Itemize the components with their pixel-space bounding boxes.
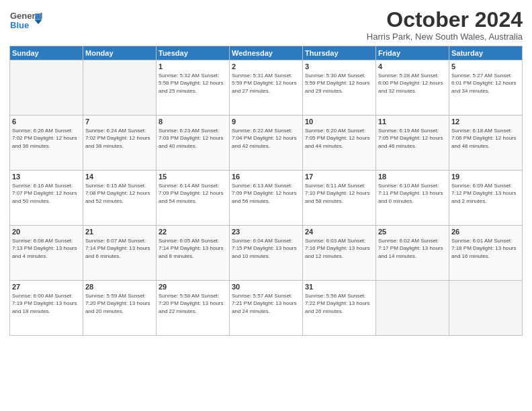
header-sunday: Sunday	[10, 46, 83, 60]
day-number: 20	[12, 228, 81, 236]
day-number: 2	[232, 62, 300, 71]
calendar-cell: 16Sunrise: 6:13 AM Sunset: 7:09 PM Dayli…	[230, 171, 303, 226]
day-number: 5	[451, 62, 520, 71]
header-friday: Friday	[376, 46, 449, 60]
day-info: Sunrise: 6:22 AM Sunset: 7:04 PM Dayligh…	[232, 127, 300, 150]
day-info: Sunrise: 6:23 AM Sunset: 7:03 PM Dayligh…	[159, 127, 227, 150]
calendar-cell: 11Sunrise: 6:19 AM Sunset: 7:05 PM Dayli…	[376, 116, 449, 171]
title-block: October 2024 Harris Park, New South Wale…	[367, 8, 523, 42]
calendar-cell: 4Sunrise: 5:28 AM Sunset: 6:00 PM Daylig…	[376, 60, 449, 116]
day-number: 11	[378, 118, 447, 126]
header-row: Sunday Monday Tuesday Wednesday Thursday…	[10, 46, 523, 60]
calendar-cell: 28Sunrise: 5:59 AM Sunset: 7:20 PM Dayli…	[83, 281, 157, 336]
header-tuesday: Tuesday	[157, 46, 230, 60]
day-number: 12	[451, 118, 520, 126]
day-info: Sunrise: 5:28 AM Sunset: 6:00 PM Dayligh…	[378, 72, 447, 95]
day-info: Sunrise: 5:32 AM Sunset: 5:58 PM Dayligh…	[159, 72, 227, 95]
logo: General Blue	[9, 8, 43, 32]
calendar-cell: 8Sunrise: 6:23 AM Sunset: 7:03 PM Daylig…	[157, 116, 230, 171]
page-header: General Blue October 2024 Harris Park, N…	[9, 8, 523, 42]
day-info: Sunrise: 5:59 AM Sunset: 7:20 PM Dayligh…	[85, 292, 154, 315]
calendar-cell: 2Sunrise: 5:31 AM Sunset: 5:59 PM Daylig…	[230, 60, 303, 116]
calendar-cell: 20Sunrise: 6:08 AM Sunset: 7:13 PM Dayli…	[10, 226, 83, 281]
day-number: 16	[232, 173, 300, 181]
calendar-cell: 17Sunrise: 6:11 AM Sunset: 7:10 PM Dayli…	[303, 171, 376, 226]
day-info: Sunrise: 6:18 AM Sunset: 7:06 PM Dayligh…	[451, 127, 520, 150]
calendar-cell: 27Sunrise: 6:00 AM Sunset: 7:19 PM Dayli…	[10, 281, 83, 336]
day-number: 21	[85, 228, 154, 236]
day-number: 22	[159, 228, 227, 236]
location-subtitle: Harris Park, New South Wales, Australia	[367, 32, 523, 42]
day-number: 4	[378, 62, 447, 71]
header-monday: Monday	[83, 46, 157, 60]
day-number: 3	[305, 62, 373, 71]
day-info: Sunrise: 6:10 AM Sunset: 7:11 PM Dayligh…	[378, 182, 447, 205]
day-info: Sunrise: 5:58 AM Sunset: 7:20 PM Dayligh…	[159, 292, 227, 315]
calendar-page: General Blue October 2024 Harris Park, N…	[0, 0, 532, 411]
day-info: Sunrise: 6:11 AM Sunset: 7:10 PM Dayligh…	[305, 182, 373, 205]
calendar-cell: 31Sunrise: 5:56 AM Sunset: 7:22 PM Dayli…	[303, 281, 376, 336]
day-info: Sunrise: 5:30 AM Sunset: 5:59 PM Dayligh…	[305, 72, 373, 95]
day-info: Sunrise: 6:13 AM Sunset: 7:09 PM Dayligh…	[232, 182, 300, 205]
calendar-cell: 14Sunrise: 6:15 AM Sunset: 7:08 PM Dayli…	[83, 171, 157, 226]
svg-marker-3	[35, 20, 42, 24]
week-row-4: 20Sunrise: 6:08 AM Sunset: 7:13 PM Dayli…	[10, 226, 523, 281]
calendar-cell	[10, 60, 83, 116]
week-row-5: 27Sunrise: 6:00 AM Sunset: 7:19 PM Dayli…	[10, 281, 523, 336]
week-row-1: 1Sunrise: 5:32 AM Sunset: 5:58 PM Daylig…	[10, 60, 523, 116]
day-info: Sunrise: 6:16 AM Sunset: 7:07 PM Dayligh…	[12, 182, 81, 205]
day-number: 26	[451, 228, 520, 236]
calendar-table: Sunday Monday Tuesday Wednesday Thursday…	[9, 46, 523, 336]
day-info: Sunrise: 6:14 AM Sunset: 7:09 PM Dayligh…	[159, 182, 227, 205]
calendar-cell: 6Sunrise: 6:26 AM Sunset: 7:02 PM Daylig…	[10, 116, 83, 171]
day-info: Sunrise: 6:05 AM Sunset: 7:14 PM Dayligh…	[159, 237, 227, 260]
day-info: Sunrise: 5:31 AM Sunset: 5:59 PM Dayligh…	[232, 72, 300, 95]
day-info: Sunrise: 6:07 AM Sunset: 7:14 PM Dayligh…	[85, 237, 154, 260]
calendar-cell: 5Sunrise: 5:27 AM Sunset: 6:01 PM Daylig…	[449, 60, 523, 116]
header-wednesday: Wednesday	[230, 46, 303, 60]
calendar-cell: 19Sunrise: 6:09 AM Sunset: 7:12 PM Dayli…	[449, 171, 523, 226]
calendar-cell: 13Sunrise: 6:16 AM Sunset: 7:07 PM Dayli…	[10, 171, 83, 226]
day-info: Sunrise: 6:02 AM Sunset: 7:17 PM Dayligh…	[378, 237, 447, 260]
day-number: 7	[85, 118, 154, 126]
day-info: Sunrise: 6:26 AM Sunset: 7:02 PM Dayligh…	[12, 127, 81, 150]
day-info: Sunrise: 6:09 AM Sunset: 7:12 PM Dayligh…	[451, 182, 520, 205]
day-number: 15	[159, 173, 227, 181]
day-info: Sunrise: 6:08 AM Sunset: 7:13 PM Dayligh…	[12, 237, 81, 260]
calendar-cell: 30Sunrise: 5:57 AM Sunset: 7:21 PM Dayli…	[230, 281, 303, 336]
calendar-cell: 10Sunrise: 6:20 AM Sunset: 7:05 PM Dayli…	[303, 116, 376, 171]
day-info: Sunrise: 6:20 AM Sunset: 7:05 PM Dayligh…	[305, 127, 373, 150]
day-number: 13	[12, 173, 81, 181]
day-info: Sunrise: 6:00 AM Sunset: 7:19 PM Dayligh…	[12, 292, 81, 315]
month-title: October 2024	[367, 8, 523, 32]
day-number: 31	[305, 283, 373, 291]
calendar-cell: 24Sunrise: 6:03 AM Sunset: 7:16 PM Dayli…	[303, 226, 376, 281]
day-number: 17	[305, 173, 373, 181]
calendar-cell: 29Sunrise: 5:58 AM Sunset: 7:20 PM Dayli…	[157, 281, 230, 336]
day-number: 27	[12, 283, 81, 291]
day-info: Sunrise: 6:15 AM Sunset: 7:08 PM Dayligh…	[85, 182, 154, 205]
calendar-cell: 9Sunrise: 6:22 AM Sunset: 7:04 PM Daylig…	[230, 116, 303, 171]
logo-icon: General Blue	[9, 8, 43, 32]
calendar-cell: 21Sunrise: 6:07 AM Sunset: 7:14 PM Dayli…	[83, 226, 157, 281]
calendar-cell	[449, 281, 523, 336]
day-info: Sunrise: 6:04 AM Sunset: 7:15 PM Dayligh…	[232, 237, 300, 260]
calendar-cell	[376, 281, 449, 336]
svg-text:Blue: Blue	[10, 20, 29, 30]
calendar-cell: 1Sunrise: 5:32 AM Sunset: 5:58 PM Daylig…	[157, 60, 230, 116]
day-info: Sunrise: 6:24 AM Sunset: 7:02 PM Dayligh…	[85, 127, 154, 150]
day-number: 19	[451, 173, 520, 181]
day-number: 25	[378, 228, 447, 236]
day-number: 1	[159, 62, 227, 71]
day-number: 24	[305, 228, 373, 236]
header-thursday: Thursday	[303, 46, 376, 60]
day-info: Sunrise: 6:03 AM Sunset: 7:16 PM Dayligh…	[305, 237, 373, 260]
day-number: 8	[159, 118, 227, 126]
calendar-cell: 15Sunrise: 6:14 AM Sunset: 7:09 PM Dayli…	[157, 171, 230, 226]
day-number: 28	[85, 283, 154, 291]
calendar-cell: 23Sunrise: 6:04 AM Sunset: 7:15 PM Dayli…	[230, 226, 303, 281]
week-row-2: 6Sunrise: 6:26 AM Sunset: 7:02 PM Daylig…	[10, 116, 523, 171]
calendar-cell: 22Sunrise: 6:05 AM Sunset: 7:14 PM Dayli…	[157, 226, 230, 281]
calendar-cell	[83, 60, 157, 116]
calendar-cell: 18Sunrise: 6:10 AM Sunset: 7:11 PM Dayli…	[376, 171, 449, 226]
